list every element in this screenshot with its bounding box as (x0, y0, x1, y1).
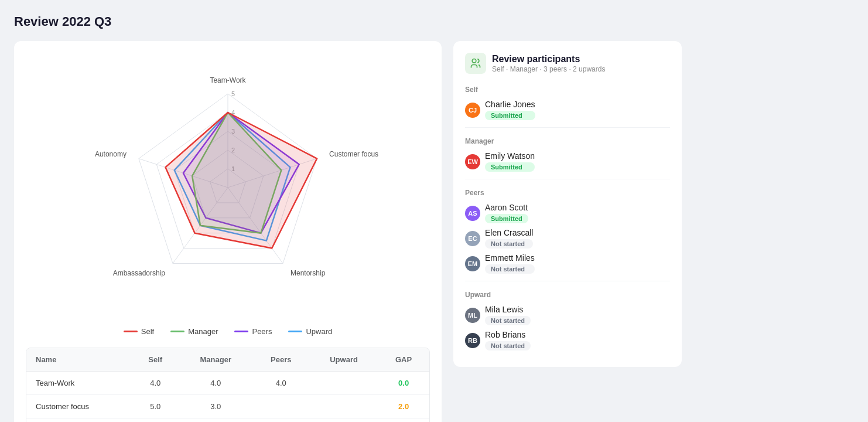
svg-text:Mentorship: Mentorship (291, 269, 326, 277)
table-row: Team-Work 4.0 4.0 4.0 0.0 (26, 372, 429, 395)
avatar: AS (465, 206, 480, 221)
svg-text:5: 5 (231, 90, 235, 97)
participants-sections: Self CJ Charlie Jones Submitted Manager … (465, 86, 670, 350)
section-divider (465, 179, 670, 179)
section-label-self: Self (465, 86, 670, 94)
col-self: Self (131, 348, 179, 372)
cell-peers: 4.0 (252, 372, 310, 395)
cell-gap: 0.0 (378, 372, 429, 395)
cell-name: Mentorship (26, 418, 131, 423)
scores-table-section: Name Self Manager Peers Upward GAP Team-… (26, 348, 430, 422)
legend-item-manager: Manager (170, 327, 218, 336)
main-layout: 12345Team-WorkCustomer focusMentorshipAm… (14, 41, 854, 422)
legend-line-manager (170, 331, 184, 332)
section-divider (465, 281, 670, 281)
avatar: EW (465, 154, 480, 169)
section-label-peers: Peers (465, 189, 670, 197)
cell-gap: 1.0 (378, 418, 429, 423)
section-label-upward: Upward (465, 291, 670, 299)
radar-chart-container: 12345Team-WorkCustomer focusMentorshipAm… (26, 53, 430, 322)
col-manager: Manager (179, 348, 252, 372)
legend-line-upward (288, 331, 302, 332)
participant-row: EW Emily Watson Submitted (465, 151, 670, 172)
cell-manager: 3.0 (179, 395, 252, 418)
participant-name: Elen Crascall (485, 228, 533, 237)
col-upward: Upward (310, 348, 378, 372)
cell-manager: 3.0 (179, 418, 252, 423)
chart-legend: Self Manager Peers Upward (26, 327, 430, 336)
legend-item-upward: Upward (288, 327, 332, 336)
legend-label-self: Self (141, 327, 154, 336)
legend-line-peers (234, 331, 248, 332)
col-peers: Peers (252, 348, 310, 372)
participants-subtitle: Self · Manager · 3 peers · 2 upwards (492, 65, 605, 73)
svg-text:Ambassadorship: Ambassadorship (113, 269, 166, 277)
col-name: Name (26, 348, 131, 372)
legend-label-upward: Upward (306, 327, 332, 336)
cell-peers (252, 418, 310, 423)
cell-self: 5.0 (131, 395, 179, 418)
cell-upward (310, 372, 378, 395)
cell-upward (310, 395, 378, 418)
participant-row: CJ Charlie Jones Submitted (465, 100, 670, 120)
participant-row: ML Mila Lewis Not started (465, 305, 670, 325)
participant-row: AS Aaron Scott Submitted (465, 203, 670, 223)
cell-peers (252, 395, 310, 418)
legend-label-peers: Peers (252, 327, 272, 336)
cell-self: 4.0 (131, 372, 179, 395)
participants-icon (465, 53, 486, 74)
table-row: Mentorship 4.0 3.0 1.0 (26, 418, 429, 423)
section-divider (465, 127, 670, 128)
table-header-row: Name Self Manager Peers Upward GAP (26, 348, 429, 372)
cell-name: Team-Work (26, 372, 131, 395)
legend-item-self: Self (124, 327, 154, 336)
participant-name: Charlie Jones (485, 100, 535, 109)
svg-text:Customer focus: Customer focus (329, 150, 378, 158)
avatar: EC (465, 231, 480, 246)
status-badge: Not started (485, 264, 535, 274)
legend-item-peers: Peers (234, 327, 272, 336)
participant-name: Emily Watson (485, 151, 535, 161)
legend-line-self (124, 331, 138, 332)
participant-row: EM Emmett Miles Not started (465, 253, 670, 274)
cell-gap: 2.0 (378, 395, 429, 418)
section-label-manager: Manager (465, 137, 670, 145)
participants-title: Review participants (492, 54, 605, 64)
status-badge: Submitted (485, 214, 528, 223)
page-title: Review 2022 Q3 (14, 14, 854, 29)
status-badge: Submitted (485, 162, 535, 172)
avatar: EM (465, 256, 480, 271)
status-badge: Submitted (485, 111, 535, 120)
participant-name: Mila Lewis (485, 305, 531, 314)
right-panel: Review participants Self · Manager · 3 p… (453, 41, 682, 367)
status-badge: Not started (485, 239, 533, 249)
table-row: Customer focus 5.0 3.0 2.0 (26, 395, 429, 418)
participant-name: Emmett Miles (485, 253, 535, 263)
left-panel: 12345Team-WorkCustomer focusMentorshipAm… (14, 41, 442, 422)
avatar: CJ (465, 103, 480, 118)
svg-text:Autonomy: Autonomy (95, 150, 127, 158)
cell-self: 4.0 (131, 418, 179, 423)
cell-name: Customer focus (26, 395, 131, 418)
avatar: ML (465, 308, 480, 323)
participant-row: RB Rob Brians Not started (465, 330, 670, 350)
cell-manager: 4.0 (179, 372, 252, 395)
svg-text:Team-Work: Team-Work (210, 76, 246, 84)
participant-name: Aaron Scott (485, 203, 528, 212)
col-gap: GAP (378, 348, 429, 372)
status-badge: Not started (485, 316, 531, 325)
legend-label-manager: Manager (188, 327, 218, 336)
cell-upward (310, 418, 378, 423)
participants-header: Review participants Self · Manager · 3 p… (465, 53, 670, 74)
svg-point-24 (472, 59, 476, 63)
participant-name: Rob Brians (485, 330, 531, 339)
status-badge: Not started (485, 341, 531, 350)
scores-table: Name Self Manager Peers Upward GAP Team-… (26, 348, 429, 422)
participant-row: EC Elen Crascall Not started (465, 228, 670, 249)
avatar: RB (465, 333, 480, 348)
